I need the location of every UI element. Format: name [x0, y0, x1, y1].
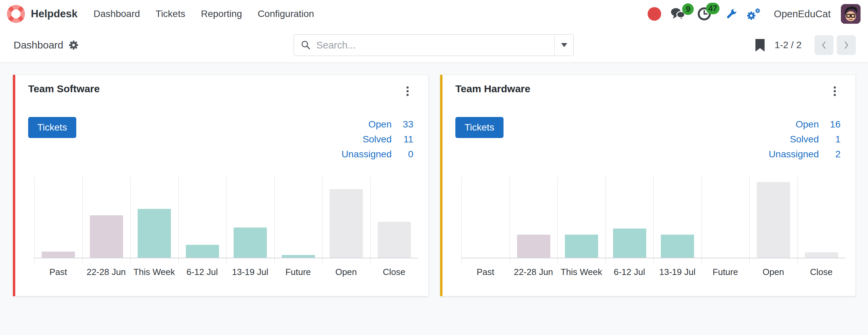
stat-value[interactable]: 0 — [392, 149, 413, 160]
helpdesk-app-icon[interactable] — [7, 5, 25, 23]
chart-slot — [226, 176, 274, 263]
stat-value[interactable]: 1 — [819, 134, 841, 145]
chart-slot — [557, 176, 606, 263]
chart-bar-close[interactable] — [805, 252, 838, 258]
chart-category-label: 22-28 Jun — [510, 267, 558, 277]
stat-solved[interactable]: Solved 1 — [769, 132, 841, 147]
chart-slot — [370, 176, 418, 263]
chart-bar-6-12-jul[interactable] — [613, 229, 646, 258]
chart-slot — [461, 176, 510, 263]
stat-open[interactable]: Open 33 — [341, 117, 413, 132]
pager-previous-button[interactable] — [814, 35, 833, 55]
tickets-button[interactable]: Tickets — [28, 117, 76, 138]
chart-category-label: Open — [322, 267, 370, 277]
view-controls: 1-2 / 2 — [755, 34, 856, 56]
chart-bar-13-19-jul[interactable] — [661, 235, 694, 258]
stat-value[interactable]: 2 — [819, 149, 841, 160]
chart-slot — [178, 176, 226, 263]
stat-label[interactable]: Open — [369, 119, 392, 130]
chart-bar-13-19-jul[interactable] — [234, 228, 267, 258]
chart-bar-past[interactable] — [42, 252, 75, 258]
chart-category-label: 13-19 Jul — [226, 267, 274, 277]
stat-value[interactable]: 33 — [392, 119, 413, 130]
chart-category-labels: Past22-28 JunThis Week6-12 Jul13-19 JulF… — [461, 267, 845, 277]
messages-count-badge: 9 — [682, 3, 694, 15]
chart-slot — [653, 176, 702, 263]
team-card-software: Team Software Tickets Open 33 Solved 11 … — [13, 75, 429, 296]
main-menu: Dashboard Tickets Reporting Configuratio… — [94, 8, 314, 19]
tickets-bar-chart: Past22-28 JunThis Week6-12 Jul13-19 JulF… — [34, 176, 418, 277]
stat-unassigned[interactable]: Unassigned 2 — [769, 147, 841, 162]
stat-label[interactable]: Solved — [790, 134, 819, 145]
chart-category-label: Close — [797, 267, 846, 277]
wrench-icon[interactable] — [725, 7, 738, 20]
chart-bar-22-28-jun[interactable] — [517, 235, 550, 258]
chart-category-label: Open — [749, 267, 797, 277]
chart-bar-open[interactable] — [757, 182, 790, 258]
card-menu-button[interactable] — [832, 84, 841, 98]
chart-slot — [749, 176, 797, 263]
kebab-icon — [407, 86, 409, 88]
stat-value[interactable]: 11 — [392, 134, 413, 145]
team-card-hardware: Team Hardware Tickets Open 16 Solved 1 U… — [440, 75, 856, 296]
stat-label[interactable]: Unassigned — [341, 149, 392, 160]
chart-bar-future[interactable] — [282, 255, 315, 258]
user-avatar[interactable] — [841, 4, 861, 24]
ticket-stats: Open 16 Solved 1 Unassigned 2 — [769, 117, 841, 162]
chart-category-label: 6-12 Jul — [606, 267, 654, 277]
card-menu-button[interactable] — [405, 84, 413, 98]
card-actions-row: Tickets Open 16 Solved 1 Unassigned 2 — [455, 117, 841, 162]
breadcrumb: Dashboard — [14, 28, 79, 62]
nav-item-reporting[interactable]: Reporting — [201, 8, 242, 19]
chart-category-label: This Week — [557, 267, 606, 277]
stat-value[interactable]: 16 — [819, 119, 841, 130]
chart-slot — [130, 176, 178, 263]
chart-bar-6-12-jul[interactable] — [186, 245, 219, 258]
chart-category-label: 22-28 Jun — [82, 267, 131, 277]
stat-label[interactable]: Unassigned — [769, 149, 819, 160]
team-title[interactable]: Team Hardware — [455, 83, 530, 95]
bookmark-icon[interactable] — [755, 39, 765, 52]
chart-slot — [702, 176, 750, 263]
pager-next-button[interactable] — [837, 35, 856, 55]
page-title[interactable]: Dashboard — [14, 39, 63, 51]
chart-bar-this-week[interactable] — [138, 209, 171, 258]
stat-solved[interactable]: Solved 11 — [341, 132, 413, 147]
chart-bar-open[interactable] — [330, 189, 363, 258]
activities-menu[interactable]: 47 — [697, 7, 711, 21]
ticket-stats: Open 33 Solved 11 Unassigned 0 — [341, 117, 413, 162]
chart-slot — [82, 176, 131, 263]
stat-open[interactable]: Open 16 — [769, 117, 841, 132]
stat-label[interactable]: Open — [796, 119, 819, 130]
chart-bar-this-week[interactable] — [565, 235, 598, 258]
chart-plot-area — [34, 176, 418, 263]
tickets-bar-chart: Past22-28 JunThis Week6-12 Jul13-19 JulF… — [461, 176, 845, 277]
chart-baseline — [461, 258, 845, 258]
nav-item-tickets[interactable]: Tickets — [156, 8, 185, 19]
company-name[interactable]: OpenEduCat — [774, 8, 831, 20]
nav-item-configuration[interactable]: Configuration — [258, 8, 314, 19]
chart-baseline — [34, 258, 418, 258]
chevron-right-icon — [843, 41, 850, 50]
card-header: Team Software — [28, 83, 413, 99]
tickets-button[interactable]: Tickets — [455, 117, 504, 138]
search-input[interactable] — [311, 39, 554, 51]
stat-unassigned[interactable]: Unassigned 0 — [341, 147, 413, 162]
search-options-toggle[interactable] — [554, 35, 573, 56]
cog-icon[interactable] — [68, 40, 79, 50]
chart-slot — [34, 176, 82, 263]
nav-item-dashboard[interactable]: Dashboard — [94, 8, 140, 19]
team-title[interactable]: Team Software — [28, 83, 100, 95]
app-name[interactable]: Helpdesk — [31, 8, 78, 20]
search-bar — [294, 34, 574, 56]
chart-slot — [606, 176, 654, 263]
chart-category-label: 13-19 Jul — [653, 267, 702, 277]
chart-bar-22-28-jun[interactable] — [90, 215, 123, 258]
messages-menu[interactable]: 9 — [671, 7, 686, 20]
stat-label[interactable]: Solved — [362, 134, 392, 145]
gears-icon[interactable] — [746, 7, 762, 21]
chart-category-label: Past — [34, 267, 82, 277]
chart-slot — [510, 176, 558, 263]
control-bar: Dashboard 1-2 / 2 — [0, 28, 868, 63]
chart-bar-close[interactable] — [378, 222, 411, 258]
